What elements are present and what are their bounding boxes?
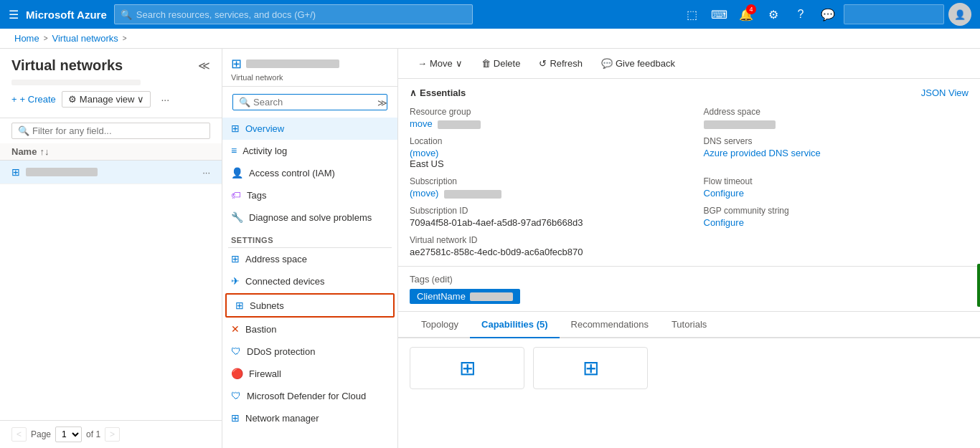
delete-label: Delete	[494, 58, 521, 69]
capability-icon-1: ⊞	[459, 356, 476, 380]
sidebar-item-tags-label: Tags	[247, 190, 266, 201]
of-label: of 1	[86, 429, 100, 439]
tab-tutorials[interactable]: Tutorials	[660, 312, 718, 338]
sidebar-item-network-manager-label: Network manager	[245, 413, 319, 424]
sidebar-item-network-manager[interactable]: ⊞ Network manager	[222, 407, 397, 429]
essentials-title: ∧ Essentials	[410, 87, 466, 98]
subscription-id-label: Subscription ID	[410, 206, 675, 216]
left-search-box[interactable]: 🔍	[11, 123, 210, 139]
sidebar-item-bastion[interactable]: ✕ Bastion	[222, 318, 397, 340]
hamburger-menu[interactable]: ☰	[9, 8, 19, 22]
sidebar-item-address-space[interactable]: ⊞ Address space	[222, 248, 397, 270]
sidebar-search-box[interactable]: 🔍	[232, 94, 387, 110]
sidebar-vnet-icon: ⊞	[231, 56, 242, 72]
sidebar-item-firewall[interactable]: 🔴 Firewall	[222, 363, 397, 385]
sidebar-item-subnets-label: Subnets	[250, 300, 284, 311]
sidebar-header: ⊞ Virtual network	[222, 49, 397, 87]
location-move-link[interactable]: (move)	[410, 148, 438, 158]
create-button[interactable]: + + Create	[11, 94, 56, 105]
manage-view-button[interactable]: ⚙ Manage view ∨	[62, 91, 151, 108]
next-page-button[interactable]: >	[105, 427, 120, 442]
sidebar-item-connected-devices-label: Connected devices	[245, 276, 325, 287]
location-value: (move) East US	[410, 148, 675, 169]
sidebar-item-ddos[interactable]: 🛡 DDoS protection	[222, 340, 397, 363]
sidebar-item-overview[interactable]: ⊞ Overview	[222, 118, 397, 140]
sidebar-item-access-control[interactable]: 👤 Access control (IAM)	[222, 162, 397, 184]
settings-icon[interactable]: ⚙	[762, 3, 785, 26]
left-search-input[interactable]	[32, 125, 204, 136]
resource-group-value: move	[410, 118, 675, 129]
subscription-move-link[interactable]: (move)	[410, 188, 438, 199]
tags-label: Tags (edit)	[410, 274, 969, 285]
bgp-community-label: BGP community string	[704, 206, 969, 216]
address-space-placeholder	[704, 120, 776, 129]
breadcrumb: Home > Virtual networks >	[0, 29, 980, 49]
connected-devices-icon: ✈	[231, 275, 240, 287]
left-panel-collapse-button[interactable]: ≪	[198, 59, 210, 72]
nav-icon-group: ⬚ ⌨ 🔔 4 ⚙ ? 💬 👤	[680, 3, 971, 26]
overview-icon: ⊞	[231, 123, 240, 134]
notifications-icon[interactable]: 🔔 4	[735, 3, 758, 26]
manage-label: Manage view	[80, 94, 135, 105]
tab-capabilities[interactable]: Capabilities (5)	[470, 312, 559, 338]
left-table: Name ↑↓ ⊞ ···	[0, 143, 222, 420]
capability-card-1[interactable]: ⊞	[410, 347, 524, 389]
breadcrumb-virtual-networks[interactable]: Virtual networks	[52, 33, 118, 44]
dns-servers-value[interactable]: Azure provided DNS service	[704, 148, 969, 158]
feedback-icon[interactable]: 💬	[816, 3, 839, 26]
capability-card-2[interactable]: ⊞	[533, 347, 648, 389]
tab-recommendations[interactable]: Recommendations	[560, 312, 660, 338]
table-row[interactable]: ⊞ ···	[0, 161, 222, 184]
resource-group-label: Resource group	[410, 107, 675, 117]
bgp-community-value[interactable]: Configure	[704, 217, 969, 228]
address-space-field: Address space	[704, 107, 969, 129]
subscription-placeholder	[444, 190, 501, 199]
feedback-label: Give feedback	[616, 58, 675, 69]
sort-icon[interactable]: ↑↓	[39, 146, 49, 157]
tags-edit-link[interactable]: edit	[435, 274, 450, 285]
left-panel: Virtual networks ≪ + + Create ⚙ Manage v…	[0, 49, 222, 448]
network-manager-icon: ⊞	[231, 412, 240, 424]
tenant-selector[interactable]	[844, 4, 944, 24]
global-search-input[interactable]	[136, 9, 466, 20]
delete-button[interactable]: 🗑 Delete	[473, 54, 529, 72]
search-icon: 🔍	[121, 9, 132, 20]
sidebar-item-subnets[interactable]: ⊞ Subnets	[225, 293, 395, 318]
prev-page-button[interactable]: <	[11, 427, 27, 442]
move-button[interactable]: → Move ∨	[410, 54, 471, 72]
subscription-field: Subscription (move)	[410, 176, 675, 199]
refresh-button[interactable]: ↺ Refresh	[531, 54, 590, 72]
sidebar-item-diagnose[interactable]: 🔧 Diagnose and solve problems	[222, 206, 397, 229]
breadcrumb-home[interactable]: Home	[14, 33, 39, 44]
essentials-grid: Resource group move Address space Locati…	[410, 107, 969, 257]
left-panel-header: Virtual networks ≪ + + Create ⚙ Manage v…	[0, 49, 222, 118]
address-space-icon: ⊞	[231, 253, 240, 264]
help-icon[interactable]: ?	[789, 3, 812, 26]
ellipsis-button[interactable]: ···	[156, 92, 174, 107]
right-panel: → Move ∨ 🗑 Delete ↺ Refresh 💬 Give feedb…	[398, 49, 980, 448]
user-avatar[interactable]: 👤	[948, 3, 971, 26]
row-actions-button[interactable]: ···	[202, 167, 210, 178]
sidebar-search-input[interactable]	[253, 97, 381, 108]
page-select[interactable]: 1	[55, 426, 82, 442]
tab-topology[interactable]: Topology	[410, 312, 470, 338]
notification-badge: 4	[746, 4, 756, 14]
access-control-icon: 👤	[231, 167, 243, 178]
json-view-link[interactable]: JSON View	[921, 87, 969, 98]
essentials-collapse-icon[interactable]: ∧	[410, 87, 417, 98]
portal-icon[interactable]: ⬚	[680, 3, 703, 26]
sidebar-item-tags[interactable]: 🏷 Tags	[222, 184, 397, 206]
capabilities-area: ⊞ ⊞	[398, 338, 980, 398]
sidebar-item-defender[interactable]: 🛡 Microsoft Defender for Cloud	[222, 385, 397, 407]
resource-group-move-link[interactable]: move	[410, 118, 433, 129]
sidebar-item-activity-log[interactable]: ≡ Activity log	[222, 140, 397, 162]
give-feedback-button[interactable]: 💬 Give feedback	[593, 54, 683, 72]
flow-timeout-value[interactable]: Configure	[704, 188, 969, 199]
cloud-shell-icon[interactable]: ⌨	[707, 3, 730, 26]
sidebar-collapse-icon[interactable]: ≫	[377, 97, 387, 108]
sidebar-item-connected-devices[interactable]: ✈ Connected devices	[222, 270, 397, 292]
left-search-icon: 🔍	[18, 125, 29, 136]
bastion-icon: ✕	[231, 323, 240, 335]
global-search-bar[interactable]: 🔍	[114, 4, 473, 24]
tags-icon: 🏷	[231, 189, 241, 201]
